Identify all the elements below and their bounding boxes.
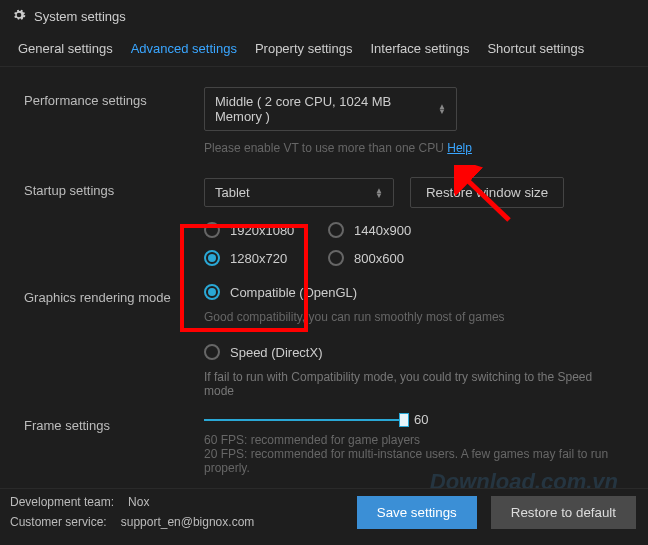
gear-icon: [12, 8, 26, 25]
startup-label: Startup settings: [24, 177, 204, 198]
window-title: System settings: [34, 9, 126, 24]
help-link[interactable]: Help: [447, 141, 472, 155]
restore-window-button[interactable]: Restore window size: [410, 177, 564, 208]
tab-interface[interactable]: Interface settings: [370, 41, 469, 56]
tab-shortcut[interactable]: Shortcut settings: [487, 41, 584, 56]
radio-icon: [328, 222, 344, 238]
restore-default-button[interactable]: Restore to default: [491, 496, 636, 529]
fps-hint2: 20 FPS: recommended for multi-instance u…: [204, 447, 624, 475]
tab-advanced[interactable]: Advanced settings: [131, 41, 237, 56]
radio-icon: [204, 222, 220, 238]
speed-hint: If fail to run with Compatibility mode, …: [204, 370, 624, 398]
footer: Development team: Nox Customer service: …: [0, 488, 648, 545]
startup-select[interactable]: Tablet ▲▼: [204, 178, 394, 207]
radio-1440x900[interactable]: 1440x900: [328, 222, 448, 238]
chevron-updown-icon: ▲▼: [375, 188, 383, 198]
tabs: General settings Advanced settings Prope…: [0, 33, 648, 67]
save-button[interactable]: Save settings: [357, 496, 477, 529]
fps-hint1: 60 FPS: recommended for game players: [204, 433, 624, 447]
compatible-hint: Good compatibility, you can run smoothly…: [204, 310, 624, 324]
titlebar: System settings: [0, 0, 648, 33]
radio-icon: [204, 284, 220, 300]
frame-label: Frame settings: [24, 412, 204, 433]
radio-icon: [204, 344, 220, 360]
fps-slider[interactable]: [204, 413, 404, 427]
fps-value: 60: [414, 412, 428, 427]
performance-hint: Please enable VT to use more than one CP…: [204, 141, 624, 155]
radio-icon: [204, 250, 220, 266]
radio-icon: [328, 250, 344, 266]
dev-team-label: Development team:: [10, 495, 114, 509]
customer-service-label: Customer service:: [10, 515, 107, 529]
tab-general[interactable]: General settings: [18, 41, 113, 56]
radio-compatible[interactable]: Compatible (OpenGL): [204, 284, 624, 300]
radio-800x600[interactable]: 800x600: [328, 250, 448, 266]
tab-property[interactable]: Property settings: [255, 41, 353, 56]
radio-1920x1080[interactable]: 1920x1080: [204, 222, 324, 238]
radio-speed[interactable]: Speed (DirectX): [204, 344, 624, 360]
render-label: Graphics rendering mode: [24, 284, 204, 305]
performance-label: Performance settings: [24, 87, 204, 108]
performance-select[interactable]: Middle ( 2 core CPU, 1024 MB Memory ) ▲▼: [204, 87, 457, 131]
chevron-updown-icon: ▲▼: [438, 104, 446, 114]
content: Performance settings Middle ( 2 core CPU…: [0, 67, 648, 475]
performance-value: Middle ( 2 core CPU, 1024 MB Memory ): [215, 94, 438, 124]
slider-thumb-icon: [399, 413, 409, 427]
dev-team-value: Nox: [128, 495, 149, 509]
radio-1280x720[interactable]: 1280x720: [204, 250, 324, 266]
customer-service-value: support_en@bignox.com: [121, 515, 255, 529]
startup-value: Tablet: [215, 185, 250, 200]
